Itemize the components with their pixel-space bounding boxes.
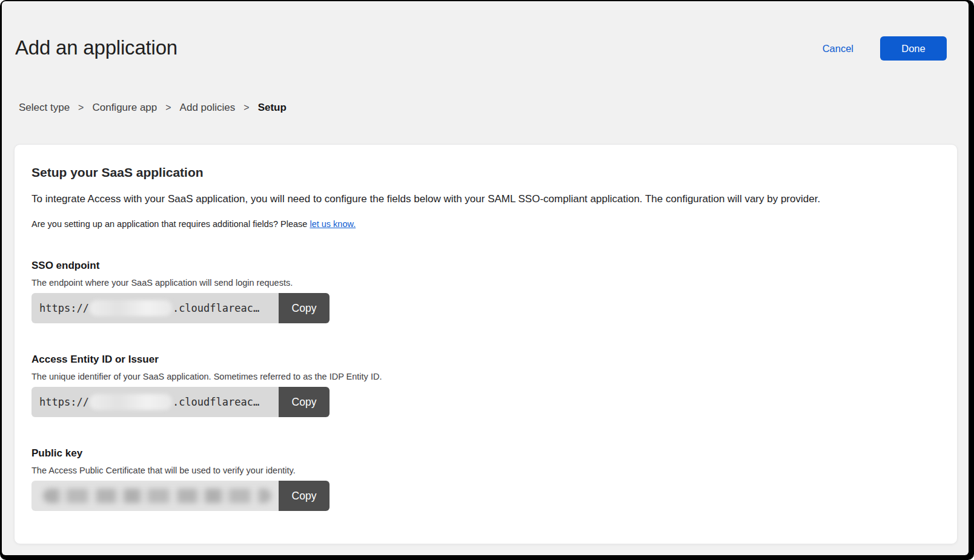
public-key-value-row: Copy — [31, 481, 330, 511]
header-actions: Cancel Done — [823, 36, 947, 61]
breadcrumb-step-configure-app[interactable]: Configure app — [92, 102, 157, 114]
value-suffix: .cloudflareac… — [173, 302, 259, 314]
breadcrumb-separator: > — [244, 102, 249, 113]
access-entity-id-value: https:// .cloudflareac… — [31, 387, 279, 417]
screenshot-frame: Add an application Cancel Done Select ty… — [0, 0, 974, 560]
breadcrumb-separator: > — [165, 102, 171, 113]
sso-endpoint-value: https:// .cloudflareac… — [31, 293, 279, 323]
page-header: Add an application Cancel Done — [2, 1, 969, 61]
public-key-value — [31, 481, 279, 511]
card-intro: To integrate Access with your SaaS appli… — [31, 192, 940, 206]
redacted-value-segment — [90, 300, 172, 316]
sso-endpoint-description: The endpoint where your SaaS application… — [31, 278, 940, 288]
breadcrumb-step-setup[interactable]: Setup — [258, 102, 287, 114]
page: Add an application Cancel Done Select ty… — [2, 1, 969, 555]
public-key-description: The Access Public Certificate that will … — [31, 466, 940, 475]
breadcrumb: Select type > Configure app > Add polici… — [2, 102, 969, 114]
setup-card: Setup your SaaS application To integrate… — [14, 144, 958, 544]
card-title: Setup your SaaS application — [31, 165, 940, 180]
breadcrumb-step-select-type[interactable]: Select type — [19, 102, 70, 114]
access-entity-id-label: Access Entity ID or Issuer — [31, 354, 940, 366]
public-key-label: Public key — [31, 447, 940, 460]
value-prefix: https:// — [39, 396, 89, 408]
card-note: Are you setting up an application that r… — [31, 219, 940, 229]
field-access-entity-id: Access Entity ID or Issuer The unique id… — [31, 354, 940, 417]
sso-endpoint-value-row: https:// .cloudflareac… Copy — [31, 293, 330, 323]
copy-sso-endpoint-button[interactable]: Copy — [279, 293, 330, 323]
copy-public-key-button[interactable]: Copy — [279, 481, 330, 511]
breadcrumb-separator: > — [78, 102, 84, 113]
card-note-text: Are you setting up an application that r… — [31, 219, 307, 229]
sso-endpoint-label: SSO endpoint — [31, 260, 940, 272]
value-suffix: .cloudflareac… — [173, 396, 259, 408]
let-us-know-link[interactable]: let us know. — [310, 219, 356, 229]
access-entity-id-description: The unique identifier of your SaaS appli… — [31, 372, 940, 381]
redacted-value-segment — [43, 489, 271, 503]
cancel-button[interactable]: Cancel — [823, 43, 853, 54]
done-button[interactable]: Done — [880, 36, 947, 61]
access-entity-id-value-row: https:// .cloudflareac… Copy — [31, 387, 330, 417]
copy-access-entity-id-button[interactable]: Copy — [279, 387, 330, 417]
page-title: Add an application — [15, 35, 177, 61]
value-prefix: https:// — [39, 302, 89, 314]
field-sso-endpoint: SSO endpoint The endpoint where your Saa… — [31, 260, 940, 323]
redacted-value-segment — [90, 394, 172, 410]
breadcrumb-step-add-policies[interactable]: Add policies — [180, 102, 236, 114]
field-public-key: Public key The Access Public Certificate… — [31, 447, 940, 511]
